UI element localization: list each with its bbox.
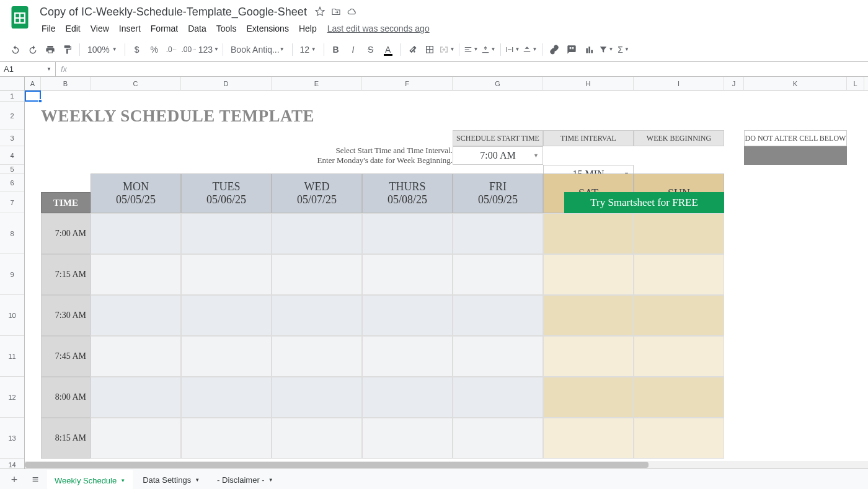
slot[interactable] bbox=[91, 418, 181, 459]
menu-help[interactable]: Help bbox=[294, 21, 321, 36]
sheet-tab-disclaimer[interactable]: - Disclaimer -▼ bbox=[210, 470, 280, 490]
menu-file[interactable]: File bbox=[37, 21, 60, 36]
slot[interactable] bbox=[634, 254, 724, 295]
slot[interactable] bbox=[272, 336, 362, 377]
undo-button[interactable] bbox=[7, 42, 24, 58]
slot[interactable] bbox=[362, 254, 453, 295]
cloud-icon[interactable] bbox=[347, 6, 358, 17]
slot[interactable] bbox=[453, 418, 543, 459]
row-header-9[interactable]: 9 bbox=[0, 254, 24, 295]
selected-cell[interactable] bbox=[25, 90, 41, 102]
slot[interactable] bbox=[453, 336, 543, 377]
paint-format-button[interactable] bbox=[60, 42, 76, 58]
slot[interactable] bbox=[634, 377, 724, 418]
menu-insert[interactable]: Insert bbox=[115, 21, 145, 36]
last-edit-link[interactable]: Last edit was seconds ago bbox=[327, 24, 430, 33]
borders-button[interactable] bbox=[422, 42, 438, 58]
slot[interactable] bbox=[543, 418, 634, 459]
slot[interactable] bbox=[362, 295, 453, 336]
menu-tools[interactable]: Tools bbox=[212, 21, 241, 36]
slot[interactable] bbox=[272, 418, 362, 459]
more-formats-button[interactable]: 123▼ bbox=[198, 42, 219, 58]
functions-button[interactable]: Σ▼ bbox=[616, 42, 632, 58]
row-header-11[interactable]: 11 bbox=[0, 336, 24, 377]
col-header-J[interactable]: J bbox=[724, 77, 744, 90]
decrease-decimal-button[interactable]: .0← bbox=[164, 42, 180, 58]
filter-button[interactable]: ▼ bbox=[598, 42, 614, 58]
redo-button[interactable] bbox=[25, 42, 41, 58]
bold-button[interactable]: B bbox=[328, 42, 344, 58]
row-header-14[interactable]: 14 bbox=[0, 459, 24, 469]
zoom-select[interactable]: 100%▼ bbox=[84, 42, 121, 58]
strike-button[interactable]: S bbox=[363, 42, 379, 58]
row-header-13[interactable]: 13 bbox=[0, 418, 24, 459]
row-header-8[interactable]: 8 bbox=[0, 213, 24, 254]
slot[interactable] bbox=[181, 377, 272, 418]
slot[interactable] bbox=[181, 418, 272, 459]
slot[interactable] bbox=[634, 213, 724, 254]
slot[interactable] bbox=[181, 254, 272, 295]
increase-decimal-button[interactable]: .00→ bbox=[181, 42, 197, 58]
print-button[interactable] bbox=[42, 42, 58, 58]
row-header-10[interactable]: 10 bbox=[0, 295, 24, 336]
row-header-6[interactable]: 6 bbox=[0, 174, 24, 192]
horizontal-scrollbar[interactable] bbox=[25, 461, 868, 469]
font-size-select[interactable]: 12▼ bbox=[296, 42, 320, 58]
slot[interactable] bbox=[91, 295, 181, 336]
slot[interactable] bbox=[181, 295, 272, 336]
merge-button[interactable]: ▼ bbox=[439, 42, 455, 58]
cfg-val-0[interactable]: 7:00 AM▼ bbox=[453, 146, 543, 165]
menu-data[interactable]: Data bbox=[184, 21, 211, 36]
row-header-5[interactable]: 5 bbox=[0, 165, 24, 174]
col-header-B[interactable]: B bbox=[41, 77, 91, 90]
text-color-button[interactable]: A bbox=[380, 42, 396, 58]
slot[interactable] bbox=[91, 336, 181, 377]
add-sheet-button[interactable]: + bbox=[5, 471, 24, 490]
percent-button[interactable]: % bbox=[146, 42, 162, 58]
row-header-1[interactable]: 1 bbox=[0, 90, 24, 102]
slot[interactable] bbox=[272, 377, 362, 418]
sheet-tab-data-settings[interactable]: Data Settings▼ bbox=[135, 470, 207, 490]
row-header-12[interactable]: 12 bbox=[0, 377, 24, 418]
all-sheets-button[interactable]: ≡ bbox=[26, 471, 45, 490]
h-align-button[interactable]: ▼ bbox=[463, 42, 479, 58]
menu-extensions[interactable]: Extensions bbox=[242, 21, 293, 36]
slot[interactable] bbox=[362, 377, 453, 418]
slot[interactable] bbox=[91, 254, 181, 295]
menu-edit[interactable]: Edit bbox=[61, 21, 85, 36]
italic-button[interactable]: I bbox=[345, 42, 361, 58]
name-box[interactable]: A1▼ bbox=[0, 62, 56, 76]
slot[interactable] bbox=[362, 418, 453, 459]
slot[interactable] bbox=[634, 336, 724, 377]
slot[interactable] bbox=[91, 377, 181, 418]
slot[interactable] bbox=[181, 213, 272, 254]
slot[interactable] bbox=[181, 336, 272, 377]
slot[interactable] bbox=[634, 295, 724, 336]
row-header-7[interactable]: 7 bbox=[0, 192, 24, 213]
slot[interactable] bbox=[453, 254, 543, 295]
sheets-logo[interactable] bbox=[7, 5, 32, 30]
slot[interactable] bbox=[91, 213, 181, 254]
col-header-K[interactable]: K bbox=[744, 77, 847, 90]
comment-button[interactable] bbox=[564, 42, 580, 58]
slot[interactable] bbox=[453, 213, 543, 254]
col-header-G[interactable]: G bbox=[453, 77, 543, 90]
slot[interactable] bbox=[453, 377, 543, 418]
col-header-F[interactable]: F bbox=[362, 77, 453, 90]
col-header-A[interactable]: A bbox=[25, 77, 41, 90]
currency-button[interactable]: $ bbox=[129, 42, 145, 58]
col-header-D[interactable]: D bbox=[181, 77, 272, 90]
fill-color-button[interactable] bbox=[404, 42, 420, 58]
row-header-3[interactable]: 3 bbox=[0, 130, 24, 146]
spreadsheet-grid[interactable]: ABCDEFGHIJKL 1234567891011121314 WEEKLY … bbox=[0, 77, 868, 469]
menu-view[interactable]: View bbox=[86, 21, 113, 36]
slot[interactable] bbox=[362, 336, 453, 377]
rotate-button[interactable]: ▼ bbox=[522, 42, 538, 58]
slot[interactable] bbox=[543, 295, 634, 336]
slot[interactable] bbox=[272, 254, 362, 295]
slot[interactable] bbox=[362, 213, 453, 254]
row-header-2[interactable]: 2 bbox=[0, 102, 24, 130]
slot[interactable] bbox=[543, 254, 634, 295]
select-all-corner[interactable] bbox=[0, 77, 25, 90]
sheet-tab-weekly[interactable]: Weekly Schedule▼ bbox=[47, 470, 133, 490]
